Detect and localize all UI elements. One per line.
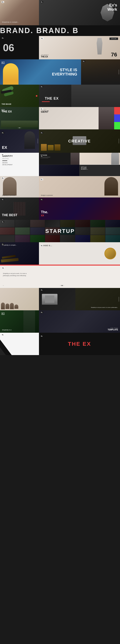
logo-el-white: EL (41, 38, 43, 39)
row9-container: Simplicity is a process EL Design is a p… (0, 176, 120, 198)
row3-right-bg (39, 36, 120, 59)
scroll-indicator-row4 (119, 70, 119, 74)
logo-el-r14: EL (2, 267, 5, 269)
the-ex-label: THE EX (41, 56, 49, 58)
logo-row15: EL (41, 289, 43, 291)
person-overlay (81, 59, 120, 85)
logo-trans: EL (2, 62, 5, 64)
person-silhouette-row16 (23, 310, 35, 333)
logo-el-dark: EL (83, 60, 85, 62)
row10-container: THE BEST EL The. XX EL (0, 198, 120, 220)
startup-text: STARTUP (45, 228, 75, 234)
logo-el-r16l: EL (2, 313, 5, 315)
design-process-text: Design is a process (41, 194, 53, 196)
logo-el-r12r: EL (41, 245, 43, 246)
divider-line (2, 160, 7, 161)
logo-el-r6r: EL (41, 108, 43, 110)
the-xx-panel: The. XX EL (39, 198, 120, 220)
logo-row3-left: EL (2, 37, 4, 39)
design-subtitle: DESIGN (2, 158, 37, 159)
logo-row1-left: EL (2, 1, 4, 3)
logo-row3-right: EL (41, 38, 43, 39)
figures-row15 (1, 302, 18, 309)
person-row6 (98, 107, 114, 130)
logo-row12-left: EL (2, 244, 4, 245)
logo-row4-right: EL (83, 60, 85, 62)
logo-row17-left: EL (2, 334, 4, 336)
philosophy-row: EL Simplicity is not just a work, it is … (0, 266, 120, 288)
figure2 (6, 304, 9, 309)
table-element (1, 121, 38, 128)
logo-row1-right: EL (41, 1, 43, 3)
logo-row6-right: EL (41, 108, 43, 110)
brand-row: BRAND. BRAND. B (0, 25, 120, 36)
logo-el-r16r: EL (41, 312, 43, 313)
ex-blue-panel: EX EL (0, 130, 39, 153)
template-info: ONE PAGE TEMPLATE (108, 328, 118, 331)
row4-container: STYLE IS EVERYTHING EL EL (0, 59, 120, 85)
dark-complex-panel: Simplicity is comple... EL (0, 242, 39, 264)
logo-row10-left: EL (2, 199, 4, 200)
menu-item-development[interactable]: DEVELOPMENT (2, 164, 37, 166)
style-panel-label: STYLEEVERY... (81, 166, 118, 170)
style-text: STYLE IS EVERYTHING (52, 68, 77, 76)
triangle-panel: EL (0, 333, 39, 355)
person-row9-right (104, 177, 118, 196)
red-underline (42, 101, 50, 102)
image-gallery-panel: IMAGE G... EL (39, 242, 120, 264)
the-best-text: THE BEST (2, 214, 17, 217)
row7-container: EX EL CREATIVE EL (0, 130, 120, 153)
panel-style: STYLEEVERY... (79, 165, 120, 176)
logo-row6-left: EL (2, 108, 5, 112)
logo-el-r17l: EL (2, 334, 4, 336)
design-process-panel: Design is a process EL (39, 176, 120, 198)
thexx-text: The. XX (41, 210, 48, 217)
dark-green-panel: Simplicity is a EL (0, 310, 39, 333)
dot1 (60, 285, 61, 286)
box3 (55, 144, 60, 150)
logo-row14: EL (2, 267, 5, 269)
the-ex-text-row5: THE EX (45, 96, 59, 100)
person-silhouette-row7 (24, 131, 35, 149)
logo-el-r5: EL (41, 86, 43, 88)
the-ex-panel-row5: EL THE EX (39, 85, 120, 107)
logo-row10-right: EL (41, 199, 43, 200)
logo-row16-left: EL (2, 312, 5, 315)
quad-panels: DESIGN STYLEEVERY... EL (39, 153, 120, 176)
explore-button[interactable]: EXPLORE (109, 38, 118, 40)
logo-row12-right: EL (41, 244, 43, 247)
exswork-title: Ex's Work (107, 3, 117, 12)
color-stripes (114, 107, 120, 130)
template-title: TEMPLATE (108, 328, 118, 331)
purple-bg-row10 (39, 198, 120, 220)
row6-container: THE EX EL WORKS GENT EL (0, 107, 120, 130)
logo-row11: EL (2, 221, 4, 223)
row3-right: EL EXPLORE JOURNEY THE EX 76 (39, 36, 120, 59)
identity-panel: IDENTITY DESIGN DESIGN DEVELOPMENT EL (0, 153, 39, 176)
laptop-screen (42, 294, 57, 304)
logo-el-r9l: EL (2, 177, 4, 179)
startup-row: STARTUP EL (0, 220, 120, 242)
person-row9-left (3, 177, 17, 196)
caption-row1: Simplicity is comple... (2, 21, 19, 23)
simplicity-text-row12: Simplicity is comple... (2, 244, 17, 246)
box2 (48, 145, 54, 150)
menu-item-design[interactable]: DESIGN (2, 162, 37, 164)
gold-circle (104, 248, 116, 259)
logo-el-r15: EL (41, 289, 43, 291)
the-title: The. (41, 210, 48, 214)
gent-title: GENT (41, 110, 49, 113)
logo-el-r11: EL (2, 221, 4, 223)
people-panel (0, 288, 39, 310)
logo-el-r7r: EL (41, 132, 43, 134)
logo-row16-right: EL (41, 312, 43, 313)
scroll-indicator-row7r (119, 139, 119, 144)
row3-container: 06 EL EL EXPLORE JOURNEY THE EX 76 (0, 36, 120, 59)
identity-title: IDENTITY (2, 155, 37, 157)
panel-dark-1: DESIGN (39, 153, 79, 165)
logo-row9-right: EL (41, 177, 43, 181)
page-number-06: 06 (3, 42, 14, 54)
the-ex-red-text: THE EX (68, 341, 91, 347)
logo-row8-left: EL (2, 154, 4, 156)
row16-container: Simplicity is a EL ONE PAGE TEMPLATE EL (0, 310, 120, 333)
